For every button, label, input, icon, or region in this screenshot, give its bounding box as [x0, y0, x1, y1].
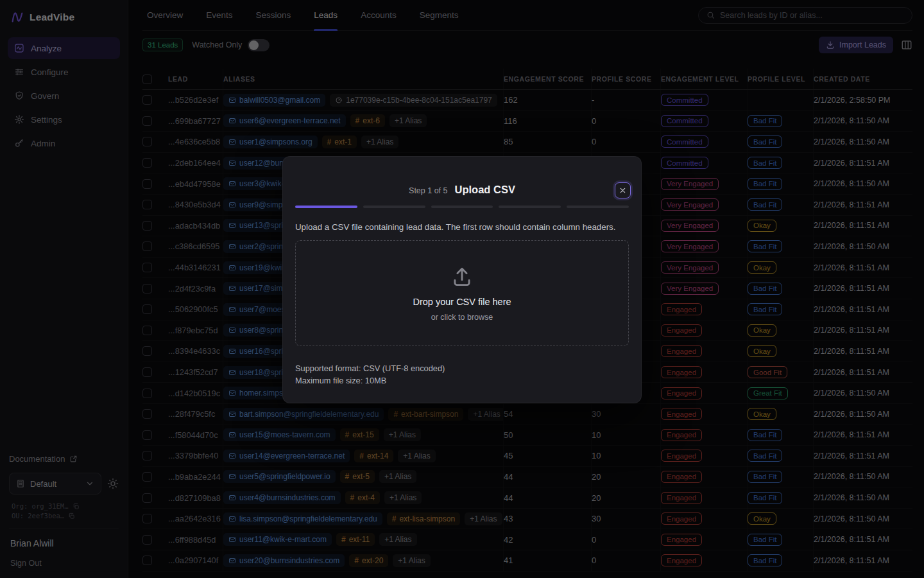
upload-icon — [450, 265, 474, 289]
supported-format-text: Supported format: CSV (UTF-8 encoded) — [295, 362, 629, 374]
modal-footer: Supported format: CSV (UTF-8 encoded) Ma… — [295, 362, 629, 387]
close-button[interactable] — [615, 182, 631, 198]
close-icon — [619, 187, 626, 194]
dropzone-subtitle: or click to browse — [431, 313, 493, 322]
max-file-size-text: Maximum file size: 10MB — [295, 374, 629, 387]
dropzone-title: Drop your CSV file here — [413, 297, 511, 307]
upload-csv-modal: Step 1 of 5 Upload CSV Upload a CSV file… — [282, 156, 642, 403]
progress-segment — [567, 206, 629, 208]
progress-segment — [431, 206, 493, 208]
progress-segment — [363, 206, 425, 208]
csv-dropzone[interactable]: Drop your CSV file here or click to brow… — [295, 240, 629, 346]
progress-segment — [295, 206, 357, 208]
modal-title: Upload CSV — [455, 184, 515, 196]
modal-header: Step 1 of 5 Upload CSV — [295, 157, 629, 196]
step-indicator: Step 1 of 5 — [409, 186, 447, 195]
modal-description: Upload a CSV file containing lead data. … — [295, 222, 629, 232]
step-progress-bar — [295, 206, 629, 208]
progress-segment — [499, 206, 561, 208]
